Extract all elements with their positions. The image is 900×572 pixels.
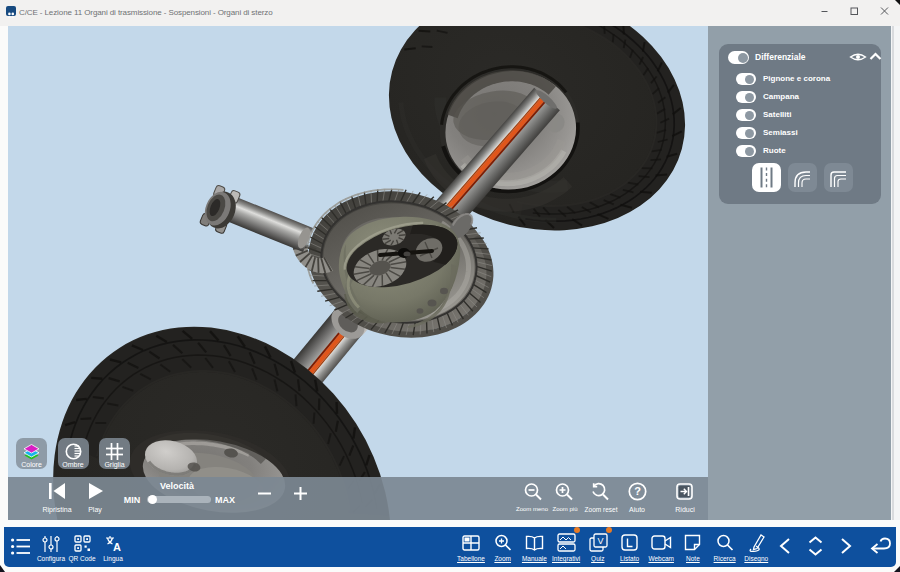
svg-text:A: A — [113, 541, 121, 553]
svg-text:V: V — [597, 536, 603, 546]
svg-text:?: ? — [634, 485, 641, 497]
